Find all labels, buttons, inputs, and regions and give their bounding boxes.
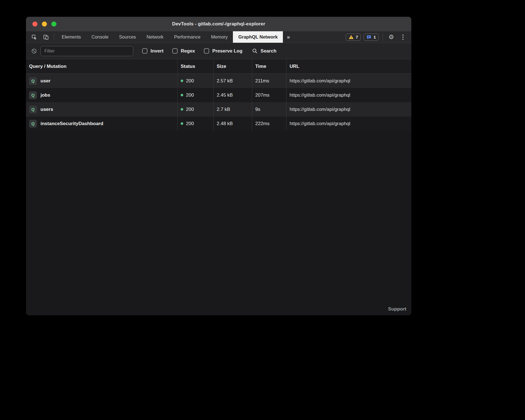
- tabbar-right-controls: 7 1 ⚙ ⋮: [346, 31, 411, 43]
- invert-checkbox[interactable]: [142, 48, 147, 54]
- messages-badge-button[interactable]: 1: [364, 34, 379, 41]
- column-header-status[interactable]: Status: [178, 59, 214, 73]
- status-code: 200: [186, 92, 194, 98]
- status-cell: 200: [178, 74, 214, 88]
- settings-gear-button[interactable]: ⚙: [387, 34, 396, 41]
- regex-checkbox-group: Regex: [172, 48, 195, 54]
- regex-label[interactable]: Regex: [181, 48, 195, 54]
- query-cell: Q instanceSecurityDashboard: [26, 116, 178, 131]
- warning-triangle-icon: [349, 35, 354, 39]
- inspect-element-button[interactable]: [28, 31, 40, 43]
- table-header-row: Query / Mutation Status Size Time URL: [26, 59, 411, 74]
- time-cell: 222ms: [252, 116, 287, 131]
- time-cell: 9s: [252, 102, 287, 116]
- gear-icon: ⚙: [388, 34, 394, 40]
- tab-graphql-network[interactable]: GraphQL Network: [233, 31, 283, 43]
- column-header-size[interactable]: Size: [214, 59, 252, 73]
- traffic-lights: [32, 22, 56, 27]
- devtools-window: DevTools - gitlab.com/-/graphql-explorer…: [26, 17, 411, 315]
- url-cell: https://gitlab.com/api/graphql: [287, 102, 411, 116]
- customize-devtools-menu-button[interactable]: ⋮: [398, 34, 407, 41]
- requests-table: Query / Mutation Status Size Time URL Q …: [26, 59, 411, 315]
- request-row-instance-security-dashboard[interactable]: Q instanceSecurityDashboard 200 2.48 kB …: [26, 116, 411, 131]
- query-cell: Q users: [26, 102, 178, 116]
- search-button[interactable]: Search: [252, 48, 276, 54]
- warnings-badge-button[interactable]: 7: [346, 34, 361, 41]
- request-row-user[interactable]: Q user 200 2.57 kB 211ms https://gitlab.…: [26, 74, 411, 88]
- status-ok-dot-icon: [181, 122, 183, 125]
- tab-elements[interactable]: Elements: [56, 31, 86, 43]
- preserve-log-checkbox[interactable]: [204, 48, 209, 54]
- messages-count: 1: [373, 35, 376, 40]
- device-toolbar-icon: [43, 34, 49, 40]
- size-cell: 2.45 kB: [214, 88, 252, 102]
- status-code: 200: [186, 121, 194, 127]
- preserve-log-label[interactable]: Preserve Log: [212, 48, 242, 54]
- status-cell: 200: [178, 102, 214, 116]
- query-type-badge: Q: [29, 106, 37, 113]
- minimize-window-button[interactable]: [42, 22, 47, 27]
- tab-memory[interactable]: Memory: [206, 31, 233, 43]
- status-code: 200: [186, 78, 194, 84]
- controls-divider: [383, 34, 383, 40]
- query-name: jobs: [40, 92, 50, 98]
- query-type-badge: Q: [29, 91, 37, 99]
- query-cell: Q user: [26, 74, 178, 88]
- request-row-users[interactable]: Q users 200 2.7 kB 9s https://gitlab.com…: [26, 102, 411, 116]
- url-cell: https://gitlab.com/api/graphql: [287, 116, 411, 131]
- tab-performance[interactable]: Performance: [169, 31, 206, 43]
- search-label: Search: [261, 48, 276, 54]
- time-cell: 211ms: [252, 74, 287, 88]
- query-cell: Q jobs: [26, 88, 178, 102]
- request-row-jobs[interactable]: Q jobs 200 2.45 kB 207ms https://gitlab.…: [26, 88, 411, 102]
- tab-sources[interactable]: Sources: [114, 31, 141, 43]
- invert-label[interactable]: Invert: [151, 48, 163, 54]
- query-name: instanceSecurityDashboard: [40, 121, 103, 127]
- tabbar-divider: [54, 34, 54, 40]
- column-header-time[interactable]: Time: [252, 59, 287, 73]
- size-cell: 2.57 kB: [214, 74, 252, 88]
- url-cell: https://gitlab.com/api/graphql: [287, 88, 411, 102]
- size-cell: 2.7 kB: [214, 102, 252, 116]
- url-cell: https://gitlab.com/api/graphql: [287, 74, 411, 88]
- size-cell: 2.48 kB: [214, 116, 252, 131]
- query-type-badge: Q: [29, 120, 37, 128]
- status-code: 200: [186, 107, 194, 112]
- query-name: users: [40, 107, 53, 112]
- more-tabs-button[interactable]: »: [283, 31, 294, 43]
- zoom-window-button[interactable]: [51, 22, 56, 27]
- chat-bubble-icon: [366, 35, 371, 40]
- status-cell: 200: [178, 116, 214, 131]
- window-title: DevTools - gitlab.com/-/graphql-explorer: [26, 21, 411, 27]
- query-name: user: [40, 78, 51, 84]
- block-circle-icon: [31, 48, 37, 54]
- search-icon: [252, 48, 258, 54]
- time-cell: 207ms: [252, 88, 287, 102]
- status-cell: 200: [178, 88, 214, 102]
- filter-input[interactable]: [40, 46, 133, 56]
- close-window-button[interactable]: [32, 22, 37, 27]
- tab-console[interactable]: Console: [86, 31, 114, 43]
- inspect-cursor-icon: [31, 34, 37, 40]
- toggle-device-toolbar-button[interactable]: [40, 31, 52, 43]
- kebab-menu-icon: ⋮: [400, 34, 406, 40]
- warnings-count: 7: [356, 35, 358, 40]
- titlebar: DevTools - gitlab.com/-/graphql-explorer: [26, 17, 411, 31]
- status-ok-dot-icon: [181, 108, 183, 111]
- regex-checkbox[interactable]: [172, 48, 178, 54]
- devtools-tabbar: Elements Console Sources Network Perform…: [26, 31, 411, 43]
- status-ok-dot-icon: [181, 80, 183, 82]
- invert-checkbox-group: Invert: [142, 48, 163, 54]
- clear-requests-button[interactable]: [31, 48, 37, 54]
- column-header-url[interactable]: URL: [287, 59, 411, 73]
- tab-network[interactable]: Network: [141, 31, 169, 43]
- support-link[interactable]: Support: [388, 306, 406, 312]
- status-ok-dot-icon: [181, 94, 183, 96]
- preserve-log-checkbox-group: Preserve Log: [204, 48, 242, 54]
- network-toolbar: Invert Regex Preserve Log Search: [26, 43, 411, 59]
- column-header-query-mutation[interactable]: Query / Mutation: [26, 59, 178, 73]
- query-type-badge: Q: [29, 77, 37, 85]
